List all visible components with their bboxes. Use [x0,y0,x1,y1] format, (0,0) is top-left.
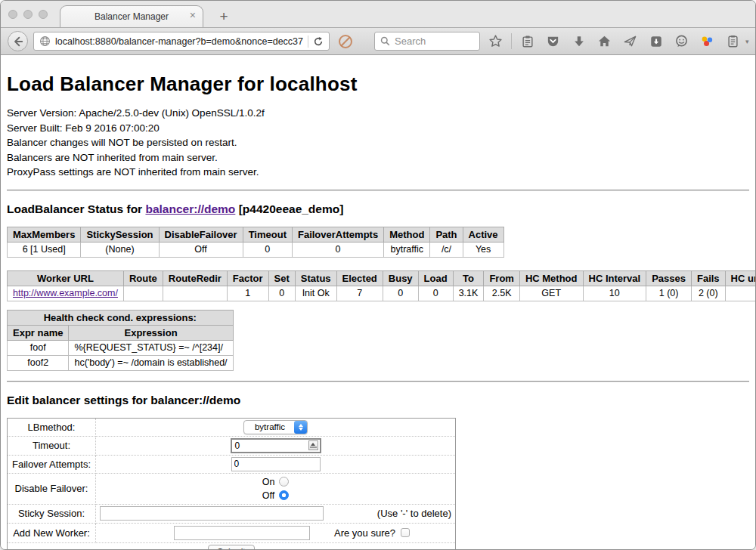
urlbar-divider [308,36,308,48]
col-path: Path [430,227,463,242]
col-method: Method [384,227,430,242]
downloads-icon[interactable] [569,31,589,51]
pocket-icon[interactable] [543,31,563,51]
radio-on-label: On [262,477,275,487]
divider [7,381,749,382]
browser-tab[interactable]: Balancer Manager × [60,5,203,27]
balancer-status-table: MaxMembers StickySession DisableFailover… [7,227,504,258]
server-built: Server Built: Feb 9 2016 07:00:20 [7,121,749,136]
timeout-value: 0 [235,440,240,451]
lbmethod-selected-value: bytraffic [255,422,294,431]
worker-url-link[interactable]: http://www.example.com/ [13,288,118,298]
table-row: foof %{REQUEST_STATUS} =~ /^[234]/ [8,340,234,355]
home-icon[interactable] [594,31,615,51]
select-stepper-icon [294,421,307,434]
tab-close-icon[interactable]: × [190,10,196,20]
timeout-label: Timeout: [8,436,96,455]
form-row-submit: Submit [8,542,456,550]
col-disablefailover: DisableFailover [159,227,243,242]
form-row-failover: Failover Attempts: [8,455,456,473]
proxypass-note: ProxyPass settings are NOT inherited fro… [7,165,749,180]
sticky-session-label: Sticky Session: [8,504,96,523]
page-content: Load Balancer Manager for localhost Serv… [1,55,755,550]
reading-list-icon[interactable] [517,31,538,51]
worker-table: Worker URL Route RouteRedir Factor Set S… [7,270,755,301]
download-helper-icon[interactable] [697,31,717,51]
back-button[interactable] [8,31,28,51]
browser-window: Balancer Manager × + localhost:8880/bala… [0,0,756,550]
health-table-title: Health check cond. expressions: [8,310,234,325]
search-input[interactable] [395,36,474,47]
edit-settings-heading: Edit balancer settings for balancer://de… [7,394,749,407]
blocked-content-icon[interactable] [335,31,355,51]
url-text[interactable]: localhost:8880/balancer-manager?b=demo&n… [55,36,303,47]
form-row-add-worker: Add New Worker: Are you sure? [8,523,456,542]
status-heading-prefix: LoadBalancer Status for [7,202,142,215]
failover-attempts-label: Failover Attempts: [8,455,96,473]
server-version: Server Version: Apache/2.5.0-dev (Unix) … [7,106,749,121]
reload-icon[interactable] [313,36,324,47]
divider [7,190,749,191]
add-worker-input[interactable] [174,526,310,540]
failover-off-radio[interactable] [279,490,289,500]
balancer-settings-form: LBmethod: bytraffic Timeout: 0 [7,418,456,550]
send-icon[interactable] [620,31,640,51]
failover-attempts-input[interactable] [231,457,321,471]
col-failoverattempts: FailoverAttempts [292,227,383,242]
are-you-sure-checkbox[interactable] [401,528,410,537]
loadbalancer-status-heading: LoadBalancer Status for balancer://demo … [7,202,749,216]
form-row-sticky: Sticky Session: (Use '-' to delete) [8,504,456,523]
col-active: Active [463,227,503,242]
close-window-button[interactable] [8,10,17,19]
add-worker-label: Add New Worker: [8,523,96,542]
sticky-session-hint: (Use '-' to delete) [377,508,453,519]
search-bar[interactable] [374,32,480,51]
table-header-row: MaxMembers StickySession DisableFailover… [8,227,504,242]
server-info: Server Version: Apache/2.5.0-dev (Unix) … [7,106,749,180]
table-row: foof2 hc('body') =~ /domain is establish… [8,355,234,370]
zoom-window-button[interactable] [39,10,48,19]
status-heading-suffix: [p4420eeae_demo] [239,202,344,215]
sticky-session-input[interactable] [100,506,324,521]
minimize-window-button[interactable] [23,10,33,19]
number-stepper-icon[interactable] [308,440,318,450]
lbmethod-select[interactable]: bytraffic [243,420,308,434]
timeout-input[interactable]: 0 [231,438,321,453]
col-maxmembers: MaxMembers [8,227,81,242]
lbmethod-label: LBmethod: [8,418,96,436]
table-row: 6 [1 Used] (None) Off 0 0 bytraffic /c/ … [8,242,504,257]
navigation-toolbar: localhost:8880/balancer-manager?b=demo&n… [1,27,755,55]
inherit-note: Balancers are NOT inherited from main se… [7,150,749,165]
tab-title: Balancer Manager [94,11,169,22]
dropdown-caret-icon[interactable]: ▾ [745,38,753,45]
persist-note: Balancer changes will NOT be persisted o… [7,135,749,150]
form-row-timeout: Timeout: 0 [8,436,456,455]
new-tab-button[interactable]: + [214,8,234,25]
panel-list-icon[interactable] [723,31,743,51]
worker-row: http://www.example.com/ 1 0 Init Ok 7 0 … [8,286,756,301]
col-timeout: Timeout [243,227,292,242]
failover-on-radio[interactable] [279,477,289,487]
globe-icon [39,36,51,47]
chat-smiley-icon[interactable] [671,31,692,51]
url-bar[interactable]: localhost:8880/balancer-manager?b=demo&n… [33,32,330,51]
are-you-sure-label: Are you sure? [334,527,395,539]
health-check-table: Health check cond. expressions: Expr nam… [7,310,234,371]
radio-off-label: Off [262,490,274,501]
form-row-lbmethod: LBmethod: bytraffic [8,418,456,436]
submit-button[interactable]: Submit [208,545,254,550]
table-header-row: Expr name Expression [8,325,234,340]
table-header-row: Worker URL Route RouteRedir Factor Set S… [8,270,756,286]
back-arrow-icon [13,36,23,47]
table-title-row: Health check cond. expressions: [8,310,234,325]
disable-failover-label: Disable Failover: [8,473,96,504]
col-stickysession: StickySession [81,227,159,242]
download-box-icon[interactable] [646,31,666,51]
balancer-demo-link[interactable]: balancer://demo [145,202,235,215]
window-controls [8,10,48,19]
toolbar-separator [511,33,512,49]
search-icon [380,36,390,46]
form-row-disable-failover: Disable Failover: On Off [8,473,456,504]
bookmark-star-icon[interactable] [485,31,506,51]
page-title: Load Balancer Manager for localhost [7,55,749,96]
